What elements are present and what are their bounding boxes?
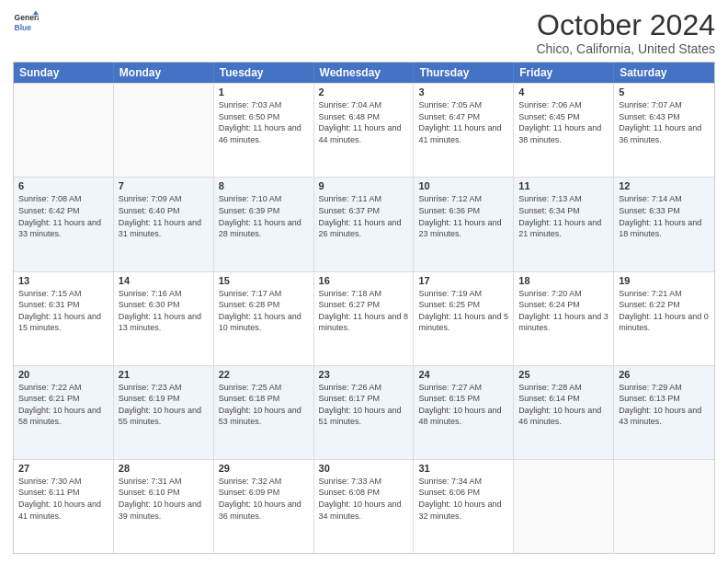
cell-info: Sunrise: 7:33 AMSunset: 6:08 PMDaylight:…: [319, 476, 409, 522]
calendar-cell: 2Sunrise: 7:04 AMSunset: 6:48 PMDaylight…: [314, 84, 415, 177]
header-day-monday: Monday: [114, 63, 214, 83]
cell-day-number: 4: [518, 86, 609, 98]
cell-info: Sunrise: 7:25 AMSunset: 6:18 PMDaylight:…: [219, 382, 309, 428]
cell-day-number: 19: [619, 275, 710, 286]
cell-info: Sunrise: 7:20 AMSunset: 6:24 PMDaylight:…: [518, 288, 609, 334]
calendar-cell: 23Sunrise: 7:26 AMSunset: 6:17 PMDayligh…: [314, 366, 415, 459]
cell-info: Sunrise: 7:28 AMSunset: 6:14 PMDaylight:…: [518, 382, 609, 428]
cell-info: Sunrise: 7:19 AMSunset: 6:25 PMDaylight:…: [418, 288, 508, 334]
calendar-cell: 26Sunrise: 7:29 AMSunset: 6:13 PMDayligh…: [614, 366, 714, 459]
cell-info: Sunrise: 7:34 AMSunset: 6:06 PMDaylight:…: [418, 476, 508, 522]
cell-day-number: 22: [219, 369, 309, 380]
calendar-cell: 31Sunrise: 7:34 AMSunset: 6:06 PMDayligh…: [414, 460, 514, 553]
cell-day-number: 11: [518, 180, 609, 191]
cell-day-number: 26: [619, 369, 710, 380]
calendar-cell: [614, 460, 714, 553]
header-day-wednesday: Wednesday: [314, 63, 415, 83]
cell-info: Sunrise: 7:18 AMSunset: 6:27 PMDaylight:…: [319, 288, 409, 334]
calendar-cell: 1Sunrise: 7:03 AMSunset: 6:50 PMDaylight…: [214, 84, 314, 177]
cell-info: Sunrise: 7:17 AMSunset: 6:28 PMDaylight:…: [219, 288, 309, 334]
cell-info: Sunrise: 7:15 AMSunset: 6:31 PMDaylight:…: [18, 288, 108, 334]
cell-day-number: 13: [18, 275, 108, 286]
calendar-cell: 13Sunrise: 7:15 AMSunset: 6:31 PMDayligh…: [14, 272, 114, 365]
calendar-cell: 30Sunrise: 7:33 AMSunset: 6:08 PMDayligh…: [314, 460, 415, 553]
calendar-cell: 10Sunrise: 7:12 AMSunset: 6:36 PMDayligh…: [414, 178, 514, 270]
cell-day-number: 21: [119, 369, 209, 380]
calendar-cell: 18Sunrise: 7:20 AMSunset: 6:24 PMDayligh…: [514, 272, 614, 365]
cell-day-number: 10: [418, 180, 508, 191]
cell-day-number: 9: [319, 180, 409, 191]
calendar-cell: 9Sunrise: 7:11 AMSunset: 6:37 PMDaylight…: [314, 178, 415, 270]
calendar-cell: 21Sunrise: 7:23 AMSunset: 6:19 PMDayligh…: [114, 366, 214, 459]
calendar-row-2: 13Sunrise: 7:15 AMSunset: 6:31 PMDayligh…: [14, 271, 714, 365]
calendar-cell: 6Sunrise: 7:08 AMSunset: 6:42 PMDaylight…: [14, 178, 114, 270]
cell-info: Sunrise: 7:10 AMSunset: 6:39 PMDaylight:…: [219, 193, 309, 239]
cell-info: Sunrise: 7:09 AMSunset: 6:40 PMDaylight:…: [119, 193, 209, 239]
cell-info: Sunrise: 7:23 AMSunset: 6:19 PMDaylight:…: [119, 382, 209, 428]
cell-info: Sunrise: 7:05 AMSunset: 6:47 PMDaylight:…: [418, 99, 508, 145]
calendar-cell: [114, 84, 214, 177]
header-day-sunday: Sunday: [14, 63, 114, 83]
cell-day-number: 18: [518, 275, 609, 286]
cell-info: Sunrise: 7:08 AMSunset: 6:42 PMDaylight:…: [18, 193, 108, 239]
cell-info: Sunrise: 7:12 AMSunset: 6:36 PMDaylight:…: [418, 193, 508, 239]
cell-info: Sunrise: 7:07 AMSunset: 6:43 PMDaylight:…: [619, 99, 710, 145]
calendar-cell: 4Sunrise: 7:06 AMSunset: 6:45 PMDaylight…: [514, 84, 614, 177]
cell-day-number: 3: [418, 86, 508, 98]
cell-day-number: 24: [418, 369, 508, 380]
cell-day-number: 15: [219, 275, 309, 286]
cell-info: Sunrise: 7:13 AMSunset: 6:34 PMDaylight:…: [518, 193, 609, 239]
cell-day-number: 8: [219, 180, 309, 191]
cell-day-number: 5: [619, 86, 710, 98]
calendar-cell: 7Sunrise: 7:09 AMSunset: 6:40 PMDaylight…: [114, 178, 214, 270]
header-day-saturday: Saturday: [614, 63, 714, 83]
cell-info: Sunrise: 7:31 AMSunset: 6:10 PMDaylight:…: [119, 476, 209, 522]
calendar-cell: 22Sunrise: 7:25 AMSunset: 6:18 PMDayligh…: [214, 366, 314, 459]
cell-info: Sunrise: 7:22 AMSunset: 6:21 PMDaylight:…: [18, 382, 108, 428]
calendar-cell: 15Sunrise: 7:17 AMSunset: 6:28 PMDayligh…: [214, 272, 314, 365]
calendar-cell: 12Sunrise: 7:14 AMSunset: 6:33 PMDayligh…: [614, 178, 714, 270]
header-day-tuesday: Tuesday: [214, 63, 314, 83]
calendar-cell: [14, 84, 114, 177]
calendar-row-1: 6Sunrise: 7:08 AMSunset: 6:42 PMDaylight…: [14, 177, 714, 270]
calendar-cell: 14Sunrise: 7:16 AMSunset: 6:30 PMDayligh…: [114, 272, 214, 365]
calendar-cell: 27Sunrise: 7:30 AMSunset: 6:11 PMDayligh…: [14, 460, 114, 553]
calendar-cell: 8Sunrise: 7:10 AMSunset: 6:39 PMDaylight…: [214, 178, 314, 270]
header: General Blue General Blue October 2024 C…: [13, 9, 715, 56]
cell-day-number: 29: [219, 463, 309, 474]
cell-day-number: 31: [418, 463, 508, 474]
calendar: SundayMondayTuesdayWednesdayThursdayFrid…: [13, 62, 715, 554]
cell-info: Sunrise: 7:27 AMSunset: 6:15 PMDaylight:…: [418, 382, 508, 428]
cell-day-number: 16: [319, 275, 409, 286]
cell-day-number: 2: [319, 86, 409, 98]
cell-info: Sunrise: 7:26 AMSunset: 6:17 PMDaylight:…: [319, 382, 409, 428]
page: General Blue General Blue October 2024 C…: [0, 0, 728, 563]
month-title: October 2024: [536, 9, 715, 41]
cell-info: Sunrise: 7:21 AMSunset: 6:22 PMDaylight:…: [619, 288, 710, 334]
calendar-cell: 19Sunrise: 7:21 AMSunset: 6:22 PMDayligh…: [614, 272, 714, 365]
location: Chico, California, United States: [536, 41, 715, 56]
cell-day-number: 14: [119, 275, 209, 286]
calendar-cell: 5Sunrise: 7:07 AMSunset: 6:43 PMDaylight…: [614, 84, 714, 177]
calendar-header: SundayMondayTuesdayWednesdayThursdayFrid…: [14, 63, 714, 83]
header-day-friday: Friday: [514, 63, 614, 83]
cell-day-number: 28: [119, 463, 209, 474]
cell-day-number: 23: [319, 369, 409, 380]
cell-info: Sunrise: 7:11 AMSunset: 6:37 PMDaylight:…: [319, 193, 409, 239]
calendar-cell: 25Sunrise: 7:28 AMSunset: 6:14 PMDayligh…: [514, 366, 614, 459]
cell-info: Sunrise: 7:16 AMSunset: 6:30 PMDaylight:…: [119, 288, 209, 334]
cell-info: Sunrise: 7:29 AMSunset: 6:13 PMDaylight:…: [619, 382, 710, 428]
logo-icon: General Blue: [13, 9, 39, 35]
svg-text:Blue: Blue: [15, 23, 32, 32]
cell-day-number: 17: [418, 275, 508, 286]
calendar-row-4: 27Sunrise: 7:30 AMSunset: 6:11 PMDayligh…: [14, 459, 714, 553]
header-day-thursday: Thursday: [414, 63, 514, 83]
calendar-cell: 28Sunrise: 7:31 AMSunset: 6:10 PMDayligh…: [114, 460, 214, 553]
cell-info: Sunrise: 7:04 AMSunset: 6:48 PMDaylight:…: [319, 99, 409, 145]
calendar-cell: 29Sunrise: 7:32 AMSunset: 6:09 PMDayligh…: [214, 460, 314, 553]
cell-day-number: 1: [219, 86, 309, 98]
cell-day-number: 7: [119, 180, 209, 191]
calendar-cell: 20Sunrise: 7:22 AMSunset: 6:21 PMDayligh…: [14, 366, 114, 459]
calendar-row-0: 1Sunrise: 7:03 AMSunset: 6:50 PMDaylight…: [14, 83, 714, 177]
cell-day-number: 27: [18, 463, 108, 474]
